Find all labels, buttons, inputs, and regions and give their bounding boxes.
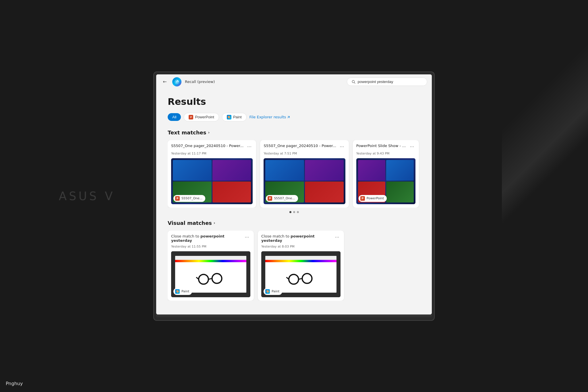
thumb-cell [358,160,386,181]
visual-match-prefix-1: Close match to [171,234,200,238]
ppt-icon-1: P [175,196,180,201]
file-explorer-label: File Explorer results [249,115,286,119]
filter-powerpoint-label: PowerPoint [195,115,214,119]
card-thumbnail-1: P S5507_One... [171,158,253,204]
file-explorer-link[interactable]: File Explorer results [249,115,290,119]
text-matches-cards: S5507_One pager_20240510 - Power... ··· … [168,140,420,208]
thumb-cell [386,160,414,181]
visual-card-thumbnail-2: 🎨 Paint [261,251,341,297]
card-file-label-2: P S5507_One... [266,195,298,202]
svg-point-4 [199,275,208,284]
thumb-cell [212,160,251,181]
pagination-dot-1[interactable] [289,211,291,213]
paint-toolbar [175,256,246,260]
watermark: Pnghuy [6,381,23,386]
visual-matches-chevron: › [214,221,215,225]
paint-color-bar-2 [265,260,336,262]
visual-matches-cards: Close match to powerpoint yesterday ··· … [168,231,420,301]
search-icon [352,80,355,84]
card-menu-btn-3[interactable]: ··· [409,144,415,150]
paint-sketch-svg-1 [182,265,239,289]
asus-logo: ASUS V [59,190,115,203]
thumb-cell [265,160,304,181]
laptop-frame: ← Recall (preview) [153,72,435,321]
text-matches-label: Text matches [168,130,206,136]
visual-card-file-name-2: Paint [272,289,279,293]
visual-card-header-1: Close match to powerpoint yesterday ··· [171,234,250,244]
titlebar: ← Recall (preview) [156,74,432,89]
main-content: Results All P PowerPoint 🎨 Paint File Ex… [156,89,432,314]
svg-point-9 [302,274,312,283]
paint-icon-small-2: 🎨 [265,289,270,294]
paint-color-bar [175,260,246,262]
card-timestamp-1: Yesterday at 11:17 PM [171,152,253,155]
thumb-cell [212,181,251,202]
visual-card-file-label-2: 🎨 Paint [264,288,282,295]
app-title: Recall (preview) [185,80,215,84]
card-timestamp-3: Yesterday at 9:43 PM [356,152,415,155]
card-title-2: S5507_One pager_20240510 - Power... [264,144,336,148]
pagination-dot-3[interactable] [297,211,299,213]
text-match-card-3[interactable]: PowerPoint Slide Show - S5507_On... ··· … [353,140,419,208]
powerpoint-icon: P [189,115,193,119]
filter-powerpoint[interactable]: P PowerPoint [184,113,219,121]
pagination-dot-2[interactable] [293,211,295,213]
external-link-icon [287,116,290,119]
visual-match-card-2[interactable]: Close match to powerpoint yesterday ··· … [258,231,344,301]
app-icon [172,77,181,86]
paint-icon-small-1: 🎨 [175,289,180,294]
card-file-name-1: S5507_One... [181,196,202,200]
paint-toolbar-2 [265,256,336,260]
card-thumbnail-3: P PowerPoint [356,158,415,204]
thumb-cell [305,160,344,181]
recall-icon-svg [174,79,180,85]
card-file-label-1: P S5507_One... [173,195,205,202]
card-timestamp-2: Yesterday at 7:51 PM [264,152,345,155]
visual-matches-header[interactable]: Visual matches › [168,220,420,226]
ppt-icon-3: P [360,196,365,201]
card-file-name-3: PowerPoint [367,196,384,200]
text-matches-header[interactable]: Text matches › [168,130,420,136]
screen: ← Recall (preview) [156,74,432,314]
thumb-cell [173,160,212,181]
search-bar[interactable] [347,78,427,86]
visual-match-desc-2: Close match to powerpoint yesterday [261,234,331,243]
visual-card-timestamp-1: Yesterday at 11:55 PM [171,245,250,248]
card-header-3: PowerPoint Slide Show - S5507_On... ··· [356,144,415,150]
visual-card-file-name-1: Paint [181,289,189,293]
paint-canvas-1 [175,256,246,293]
paint-icon: 🎨 [227,115,231,119]
visual-match-desc-1: Close match to powerpoint yesterday [171,234,241,243]
filter-all[interactable]: All [168,113,181,121]
back-button[interactable]: ← [161,78,169,86]
visual-card-timestamp-2: Yesterday at 8:03 PM [261,245,341,248]
filter-paint[interactable]: 🎨 Paint [222,113,247,121]
card-header-1: S5507_One pager_20240510 - Power... ··· [171,144,253,150]
card-title-3: PowerPoint Slide Show - S5507_On... [356,144,406,148]
card-header-2: S5507_One pager_20240510 - Power... ··· [264,144,345,150]
pagination-dots [168,211,420,213]
visual-matches-label: Visual matches [168,220,212,226]
card-file-name-2: S5507_One... [274,196,295,200]
filter-paint-label: Paint [233,115,242,119]
visual-card-menu-btn-2[interactable]: ··· [334,234,341,241]
card-menu-btn-1[interactable]: ··· [246,144,253,150]
visual-card-menu-btn-1[interactable]: ··· [243,234,250,241]
visual-match-card-1[interactable]: Close match to powerpoint yesterday ··· … [168,231,254,301]
text-match-card-2[interactable]: S5507_One pager_20240510 - Power... ··· … [260,140,349,208]
card-title-1: S5507_One pager_20240510 - Power... [171,144,243,148]
svg-line-3 [354,82,355,83]
text-match-card-1[interactable]: S5507_One pager_20240510 - Power... ··· … [168,140,256,208]
svg-point-1 [176,81,177,82]
card-thumbnail-2: P S5507_One... [264,158,345,204]
laptop-bottom-bar [156,314,432,318]
visual-card-file-label-1: 🎨 Paint [173,288,192,295]
card-menu-btn-2[interactable]: ··· [339,144,345,150]
filter-bar: All P PowerPoint 🎨 Paint File Explorer r… [168,113,420,121]
svg-point-8 [289,275,299,284]
thumb-cell [386,181,414,202]
svg-point-5 [212,274,222,283]
search-input[interactable] [358,80,422,84]
card-file-label-3: P PowerPoint [359,195,387,202]
visual-card-thumbnail-1: 🎨 Paint [171,251,250,297]
